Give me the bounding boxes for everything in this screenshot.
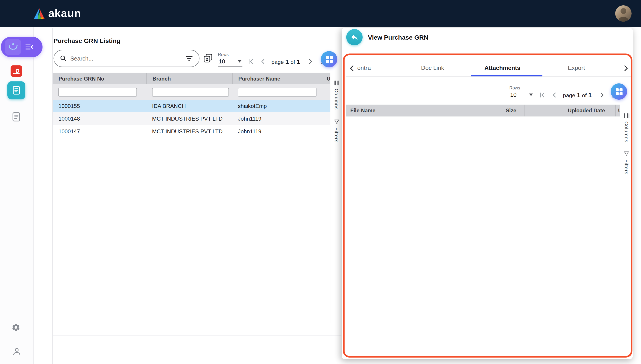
page-indicator: page 1 of 1 xyxy=(272,58,302,66)
next-page-button[interactable] xyxy=(598,91,606,99)
filter-input-purchaser[interactable] xyxy=(238,88,316,96)
menu-open-button[interactable] xyxy=(24,42,34,52)
filters-toggle[interactable]: Filters xyxy=(331,119,342,142)
filters-label: Filters xyxy=(334,128,340,142)
grn-table-body: 1000155 IDA BRANCH shaikotEmp 1000148 MC… xyxy=(53,100,330,138)
tab-attachments[interactable]: Attachments xyxy=(484,64,520,71)
column-header-uploaded-date[interactable]: Uploaded Date xyxy=(524,104,615,116)
filter-input-grn-no[interactable] xyxy=(58,88,137,96)
back-arrow-icon xyxy=(350,33,358,42)
columns-label: Columns xyxy=(334,89,340,110)
grn-table-filter-row xyxy=(53,84,330,100)
account-button[interactable] xyxy=(10,344,24,358)
column-header-purchaser[interactable]: Purchaser Name xyxy=(232,73,323,84)
grn-table-header: Purchase GRN No Branch Purchaser Name Up xyxy=(53,73,330,84)
column-header-clipped[interactable]: Up xyxy=(323,73,330,84)
prev-page-icon xyxy=(551,91,558,99)
columns-toggle[interactable]: Columns xyxy=(331,80,342,110)
column-header-clipped[interactable]: Up xyxy=(615,104,620,116)
logo-text: akaun xyxy=(48,7,81,20)
first-page-button[interactable] xyxy=(247,58,254,66)
settings-button[interactable] xyxy=(9,320,23,334)
filter-list-icon[interactable] xyxy=(185,54,194,62)
gear-icon xyxy=(11,323,20,332)
pdf-module-button[interactable] xyxy=(7,62,25,80)
grid-icon xyxy=(326,56,332,63)
column-header-size[interactable]: Size xyxy=(433,104,524,116)
columns-toggle[interactable]: Columns xyxy=(620,113,633,142)
pages-icon: 2 xyxy=(203,59,214,65)
page-title: Purchase GRN Listing xyxy=(54,37,121,44)
funnel-icon xyxy=(624,151,629,157)
tab-bar-divider xyxy=(346,76,631,77)
chevron-left-icon xyxy=(348,64,356,73)
filter-input-branch[interactable] xyxy=(152,88,229,96)
next-page-icon xyxy=(598,91,606,99)
first-page-icon xyxy=(247,58,254,66)
prev-page-button[interactable] xyxy=(551,91,558,99)
table-row-selected[interactable]: 1000155 IDA BRANCH shaikotEmp xyxy=(53,100,330,112)
search-icon xyxy=(60,55,67,62)
rows-label: Rows xyxy=(218,52,228,57)
funnel-icon xyxy=(334,119,339,124)
rows-per-page-select[interactable]: 10 xyxy=(510,91,534,100)
receipt-icon xyxy=(11,86,21,95)
chevron-right-icon xyxy=(622,64,630,73)
columns-icon xyxy=(624,113,630,118)
rows-per-page: Rows 10 xyxy=(218,52,242,66)
dropdown-caret-icon xyxy=(529,94,533,96)
column-header-file-name[interactable]: File Name xyxy=(346,104,433,116)
attachments-table-header: File Name Size Uploaded Date Up xyxy=(346,104,620,116)
table-row[interactable]: 1000148 MCT INDUSTRIES PVT LTD John1119 xyxy=(53,112,330,125)
table-bottom-border xyxy=(53,323,330,323)
tabs-scroll-right-button[interactable] xyxy=(621,64,631,73)
first-page-button[interactable] xyxy=(538,91,546,99)
grid-view-button[interactable] xyxy=(321,51,337,68)
columns-icon xyxy=(334,80,340,86)
rows-per-page: Rows 10 xyxy=(510,86,534,100)
rows-value: 10 xyxy=(219,58,225,64)
column-header-branch[interactable]: Branch xyxy=(146,73,232,84)
rows-value: 10 xyxy=(510,92,516,98)
logo-triangle-icon xyxy=(33,8,46,19)
left-table-side-strip: Columns Filters xyxy=(331,73,342,323)
column-header-grn-no[interactable]: Purchase GRN No xyxy=(53,73,146,84)
filters-toggle[interactable]: Filters xyxy=(620,151,633,174)
page-indicator: page 1 of 1 xyxy=(563,92,593,99)
person-icon xyxy=(12,347,22,356)
panel-title: View Purchase GRN xyxy=(368,34,428,41)
attachments-toolbar: Rows 10 page 1 of 1 xyxy=(510,80,618,100)
columns-label: Columns xyxy=(624,121,630,142)
user-avatar[interactable] xyxy=(615,5,632,22)
next-page-icon xyxy=(306,58,314,66)
back-button[interactable] xyxy=(346,29,362,45)
app-logo[interactable]: akaun xyxy=(33,0,81,27)
rows-label: Rows xyxy=(510,86,520,90)
secondary-listing-module-button[interactable] xyxy=(9,110,24,124)
prev-page-button[interactable] xyxy=(259,58,267,66)
tab-export[interactable]: Export xyxy=(568,64,585,71)
rows-per-page-select[interactable]: 10 xyxy=(218,58,242,66)
left-sidebar xyxy=(0,27,34,364)
next-page-button[interactable] xyxy=(306,58,314,66)
table-row[interactable]: 1000147 MCT INDUSTRIES PVT LTD John1119 xyxy=(53,125,330,138)
dropdown-caret-icon xyxy=(238,60,242,62)
search-bar xyxy=(54,50,200,67)
pdf-icon xyxy=(10,64,23,78)
hands-logo-icon xyxy=(7,42,19,52)
view-purchase-grn-panel: View Purchase GRN ontra Doc Link Attachm… xyxy=(342,28,633,359)
first-page-icon xyxy=(538,91,546,99)
tabs-scroll-left-button[interactable] xyxy=(347,64,357,73)
prev-page-icon xyxy=(259,58,267,66)
grn-listing-module-button[interactable] xyxy=(7,82,25,100)
search-input[interactable] xyxy=(70,55,182,62)
tab-doc-link[interactable]: Doc Link xyxy=(421,64,444,71)
pages-button[interactable]: 2 xyxy=(203,53,214,64)
panel-bottom-border xyxy=(53,335,342,336)
module-switcher-pill xyxy=(1,37,42,57)
tab-contra[interactable]: ontra xyxy=(357,64,371,71)
active-app-tile[interactable] xyxy=(5,39,21,55)
app-root: akaun xyxy=(0,0,641,364)
svg-text:2: 2 xyxy=(206,57,208,62)
menu-open-icon xyxy=(24,46,34,53)
